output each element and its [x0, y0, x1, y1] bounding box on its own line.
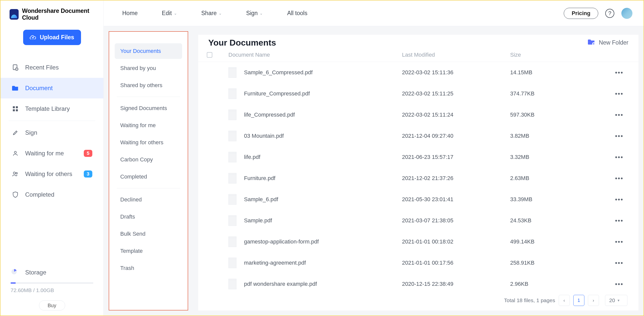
topnav-all-tools[interactable]: All tools: [287, 10, 307, 17]
file-name: Sample_6_Compressed.pdf: [244, 69, 313, 76]
row-more-button[interactable]: •••: [608, 196, 623, 203]
row-more-button[interactable]: •••: [608, 153, 623, 161]
subside-item-completed[interactable]: Completed: [115, 169, 182, 185]
storage-heading: Storage: [25, 269, 46, 276]
row-more-button[interactable]: •••: [608, 90, 623, 98]
upload-button[interactable]: Upload Files: [23, 30, 81, 45]
file-name: Sample.pdf: [244, 217, 272, 224]
svg-point-8: [16, 172, 17, 174]
main-sidebar: Wondershare Document Cloud Upload Files …: [1, 1, 104, 315]
pricing-button[interactable]: Pricing: [564, 8, 598, 19]
subside-item-trash[interactable]: Trash: [115, 260, 182, 276]
file-date: 2020-12-15 22:38:49: [402, 281, 510, 287]
table-row[interactable]: Sample_6.pdf2021-05-30 23:01:4133.39MB••…: [198, 189, 638, 210]
svg-rect-2: [13, 106, 15, 108]
file-size: 374.77KB: [510, 90, 608, 97]
file-size: 2.96KB: [510, 281, 608, 287]
subside-item-carbon-copy[interactable]: Carbon Copy: [115, 152, 182, 167]
file-thumbnail-icon: [228, 110, 236, 120]
table-row[interactable]: 03 Mountain.pdf2021-12-04 09:27:403.82MB…: [198, 125, 638, 147]
svg-point-6: [14, 151, 16, 153]
sidebar-item-completed[interactable]: Completed: [1, 184, 103, 205]
top-navigation: HomeEdit⌄Share⌄Sign⌄All tools: [122, 10, 307, 17]
chevron-down-icon: ▾: [618, 298, 620, 303]
new-folder-button[interactable]: New Folder: [588, 39, 628, 47]
chevron-down-icon: ⌄: [219, 11, 222, 16]
row-more-button[interactable]: •••: [608, 111, 623, 119]
sidebar-item-label: Completed: [25, 191, 54, 198]
subside-item-waiting-for-me[interactable]: Waiting for me: [115, 118, 182, 133]
topnav-sign[interactable]: Sign⌄: [246, 10, 263, 17]
topnav-edit[interactable]: Edit⌄: [162, 10, 177, 17]
col-header-size[interactable]: Size: [510, 52, 608, 58]
file-date: 2021-06-23 15:57:17: [402, 154, 510, 160]
clock-file-icon: [12, 64, 19, 71]
brand-logo-icon: [10, 9, 19, 20]
total-count-text: Total 18 files, 1 pages: [504, 297, 555, 303]
file-size: 33.39MB: [510, 196, 608, 203]
col-header-name[interactable]: Document Name: [228, 52, 402, 58]
sidebar-item-template-library[interactable]: Template Library: [1, 98, 103, 119]
col-header-modified[interactable]: Last Modified: [402, 52, 510, 58]
subside-item-shared-by-others[interactable]: Shared by others: [115, 78, 182, 93]
file-thumbnail-icon: [228, 88, 236, 99]
table-row[interactable]: pdf wondershare example.pdf2020-12-15 22…: [198, 273, 638, 292]
sidebar-item-sign[interactable]: Sign: [1, 122, 103, 143]
table-row[interactable]: Sample_6_Compressed.pdf2022-03-02 15:11:…: [198, 62, 638, 83]
sidebar-item-label: Sign: [25, 129, 37, 136]
table-row[interactable]: Sample.pdf2021-03-07 21:38:0524.53KB•••: [198, 210, 638, 231]
sidebar-item-waiting-for-me[interactable]: Waiting for me5: [1, 143, 103, 164]
sidebar-item-waiting-for-others[interactable]: Waiting for others3: [1, 164, 103, 184]
file-date: 2021-01-01 00:18:02: [402, 238, 510, 245]
file-thumbnail-icon: [228, 173, 236, 184]
sidebar-item-document[interactable]: Document: [1, 78, 103, 98]
file-size: 3.32MB: [510, 154, 608, 160]
storage-block: Storage 72.60MB / 1.00GB Buy: [1, 268, 103, 310]
subside-item-declined[interactable]: Declined: [115, 192, 182, 207]
sidebar-item-label: Waiting for me: [25, 150, 64, 157]
topnav-home[interactable]: Home: [122, 10, 138, 17]
buy-button[interactable]: Buy: [39, 300, 65, 310]
subside-item-your-documents[interactable]: Your Documents: [115, 43, 182, 59]
file-name: Furniture_Compressed.pdf: [244, 90, 310, 97]
row-more-button[interactable]: •••: [608, 280, 623, 288]
table-row[interactable]: life_Compressed.pdf2022-03-02 15:11:2459…: [198, 104, 638, 125]
row-more-button[interactable]: •••: [608, 217, 623, 225]
subside-item-bulk-send[interactable]: Bulk Send: [115, 226, 182, 242]
avatar[interactable]: [621, 8, 632, 19]
table-row[interactable]: marketing-agreement.pdf2021-01-01 00:17:…: [198, 252, 638, 273]
file-name: gamestop-application-form.pdf: [244, 238, 319, 245]
current-page-button[interactable]: 1: [573, 295, 584, 306]
next-page-button[interactable]: ›: [588, 295, 599, 306]
file-name: life_Compressed.pdf: [244, 112, 295, 118]
table-header: Document Name Last Modified Size: [198, 52, 638, 62]
subside-item-waiting-for-others[interactable]: Waiting for others: [115, 135, 182, 150]
help-icon[interactable]: ?: [605, 9, 614, 18]
sidebar-item-recent-files[interactable]: Recent Files: [1, 57, 103, 78]
topnav-label: Sign: [246, 10, 258, 17]
subside-item-shared-by-you[interactable]: Shared by you: [115, 60, 182, 76]
subside-item-signed-documents[interactable]: Signed Documents: [115, 100, 182, 116]
prev-page-button[interactable]: ‹: [559, 295, 570, 306]
subside-item-template[interactable]: Template: [115, 243, 182, 259]
select-all-checkbox[interactable]: [207, 52, 212, 58]
row-more-button[interactable]: •••: [608, 259, 623, 267]
file-name: life.pdf: [244, 154, 260, 160]
subside-item-drafts[interactable]: Drafts: [115, 209, 182, 225]
topnav-share[interactable]: Share⌄: [201, 10, 222, 17]
row-more-button[interactable]: •••: [608, 238, 623, 246]
table-row[interactable]: Furniture.pdf2021-12-02 21:37:262.63MB••…: [198, 168, 638, 189]
new-folder-icon: [588, 39, 595, 47]
row-more-button[interactable]: •••: [608, 132, 623, 140]
page-size-select[interactable]: 20 ▾: [605, 295, 627, 306]
row-more-button[interactable]: •••: [608, 69, 623, 77]
table-row[interactable]: Furniture_Compressed.pdf2022-03-02 15:11…: [198, 83, 638, 104]
sidebar-nav: Recent FilesDocumentTemplate Library: [1, 57, 103, 119]
table-row[interactable]: gamestop-application-form.pdf2021-01-01 …: [198, 231, 638, 252]
file-name: marketing-agreement.pdf: [244, 260, 306, 266]
svg-point-7: [13, 172, 15, 174]
row-more-button[interactable]: •••: [608, 174, 623, 182]
table-row[interactable]: life.pdf2021-06-23 15:57:173.32MB•••: [198, 147, 638, 168]
file-name: pdf wondershare example.pdf: [244, 281, 317, 287]
sidebar-nav-2: SignWaiting for me5Waiting for others3Co…: [1, 122, 103, 205]
